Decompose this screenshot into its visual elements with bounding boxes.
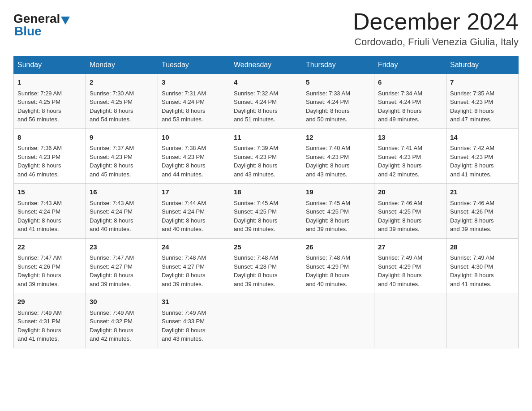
day-info: Sunrise: 7:31 AMSunset: 4:24 PMDaylight:… bbox=[162, 90, 206, 123]
calendar-day-2: 2 Sunrise: 7:30 AMSunset: 4:25 PMDayligh… bbox=[86, 74, 158, 129]
day-info: Sunrise: 7:36 AMSunset: 4:23 PMDaylight:… bbox=[17, 145, 62, 178]
calendar-day-13: 13 Sunrise: 7:41 AMSunset: 4:23 PMDaylig… bbox=[374, 128, 446, 184]
calendar-day-12: 12 Sunrise: 7:40 AMSunset: 4:23 PMDaylig… bbox=[302, 128, 374, 184]
header-thursday: Thursday bbox=[302, 56, 374, 74]
day-info: Sunrise: 7:49 AMSunset: 4:29 PMDaylight:… bbox=[378, 254, 422, 287]
day-number: 31 bbox=[162, 297, 226, 307]
day-number: 19 bbox=[306, 187, 370, 197]
day-number: 11 bbox=[234, 133, 298, 143]
calendar-day-28: 28 Sunrise: 7:49 AMSunset: 4:30 PMDaylig… bbox=[446, 238, 519, 293]
calendar-day-29: 29 Sunrise: 7:49 AMSunset: 4:31 PMDaylig… bbox=[14, 293, 86, 348]
day-number: 4 bbox=[234, 77, 298, 88]
calendar-day-26: 26 Sunrise: 7:48 AMSunset: 4:29 PMDaylig… bbox=[302, 238, 374, 293]
day-info: Sunrise: 7:37 AMSunset: 4:23 PMDaylight:… bbox=[90, 145, 134, 178]
day-number: 24 bbox=[162, 242, 226, 253]
day-info: Sunrise: 7:49 AMSunset: 4:31 PMDaylight:… bbox=[17, 309, 62, 342]
logo-blue-text: Blue bbox=[14, 25, 42, 38]
calendar-header-row: Sunday Monday Tuesday Wednesday Thursday… bbox=[14, 56, 519, 74]
calendar-day-17: 17 Sunrise: 7:44 AMSunset: 4:24 PMDaylig… bbox=[158, 184, 230, 239]
day-info: Sunrise: 7:32 AMSunset: 4:24 PMDaylight:… bbox=[234, 90, 278, 123]
header-saturday: Saturday bbox=[446, 56, 519, 74]
day-number: 22 bbox=[17, 242, 82, 253]
calendar-day-1: 1 Sunrise: 7:29 AMSunset: 4:25 PMDayligh… bbox=[14, 74, 86, 129]
calendar-day-9: 9 Sunrise: 7:37 AMSunset: 4:23 PMDayligh… bbox=[86, 128, 158, 184]
calendar-day-22: 22 Sunrise: 7:47 AMSunset: 4:26 PMDaylig… bbox=[14, 238, 86, 293]
day-info: Sunrise: 7:34 AMSunset: 4:24 PMDaylight:… bbox=[378, 90, 422, 123]
page-title: December 2024 bbox=[353, 9, 519, 34]
calendar-empty-cell bbox=[446, 293, 519, 348]
calendar-week-5: 29 Sunrise: 7:49 AMSunset: 4:31 PMDaylig… bbox=[14, 293, 519, 348]
calendar-day-3: 3 Sunrise: 7:31 AMSunset: 4:24 PMDayligh… bbox=[158, 74, 230, 129]
calendar-day-19: 19 Sunrise: 7:45 AMSunset: 4:25 PMDaylig… bbox=[302, 184, 374, 239]
day-number: 3 bbox=[162, 77, 226, 88]
calendar-day-11: 11 Sunrise: 7:39 AMSunset: 4:23 PMDaylig… bbox=[230, 128, 302, 184]
day-info: Sunrise: 7:46 AMSunset: 4:25 PMDaylight:… bbox=[378, 200, 422, 233]
day-number: 21 bbox=[450, 187, 515, 197]
calendar-day-25: 25 Sunrise: 7:48 AMSunset: 4:28 PMDaylig… bbox=[230, 238, 302, 293]
day-number: 1 bbox=[17, 77, 82, 88]
calendar-day-5: 5 Sunrise: 7:33 AMSunset: 4:24 PMDayligh… bbox=[302, 74, 374, 129]
calendar-week-2: 8 Sunrise: 7:36 AMSunset: 4:23 PMDayligh… bbox=[14, 128, 519, 184]
day-number: 30 bbox=[90, 297, 154, 307]
header-friday: Friday bbox=[374, 56, 446, 74]
logo-general-text: General bbox=[13, 13, 60, 25]
calendar-day-15: 15 Sunrise: 7:43 AMSunset: 4:24 PMDaylig… bbox=[14, 184, 86, 239]
day-info: Sunrise: 7:38 AMSunset: 4:23 PMDaylight:… bbox=[162, 145, 206, 178]
day-number: 25 bbox=[234, 242, 298, 253]
day-info: Sunrise: 7:44 AMSunset: 4:24 PMDaylight:… bbox=[162, 200, 206, 233]
day-info: Sunrise: 7:48 AMSunset: 4:27 PMDaylight:… bbox=[162, 254, 206, 287]
header-wednesday: Wednesday bbox=[230, 56, 302, 74]
day-number: 20 bbox=[378, 187, 442, 197]
day-number: 23 bbox=[90, 242, 154, 253]
calendar-day-27: 27 Sunrise: 7:49 AMSunset: 4:29 PMDaylig… bbox=[374, 238, 446, 293]
day-number: 16 bbox=[90, 187, 154, 197]
day-info: Sunrise: 7:48 AMSunset: 4:28 PMDaylight:… bbox=[234, 254, 278, 287]
logo-triangle-icon bbox=[61, 17, 70, 25]
day-number: 12 bbox=[306, 133, 370, 143]
calendar-empty-cell bbox=[374, 293, 446, 348]
header-monday: Monday bbox=[86, 56, 158, 74]
day-number: 28 bbox=[450, 242, 515, 253]
day-info: Sunrise: 7:46 AMSunset: 4:26 PMDaylight:… bbox=[450, 200, 494, 233]
day-info: Sunrise: 7:49 AMSunset: 4:33 PMDaylight:… bbox=[162, 309, 206, 342]
calendar-empty-cell bbox=[302, 293, 374, 348]
title-block: December 2024 Cordovado, Friuli Venezia … bbox=[353, 9, 519, 48]
calendar-day-21: 21 Sunrise: 7:46 AMSunset: 4:26 PMDaylig… bbox=[446, 184, 519, 239]
day-info: Sunrise: 7:47 AMSunset: 4:26 PMDaylight:… bbox=[17, 254, 62, 287]
day-number: 9 bbox=[90, 133, 154, 143]
day-info: Sunrise: 7:49 AMSunset: 4:30 PMDaylight:… bbox=[450, 254, 494, 287]
day-info: Sunrise: 7:49 AMSunset: 4:32 PMDaylight:… bbox=[90, 309, 134, 342]
day-number: 27 bbox=[378, 242, 442, 253]
day-number: 14 bbox=[450, 133, 515, 143]
calendar-empty-cell bbox=[230, 293, 302, 348]
calendar-day-4: 4 Sunrise: 7:32 AMSunset: 4:24 PMDayligh… bbox=[230, 74, 302, 129]
day-number: 29 bbox=[17, 297, 82, 307]
day-info: Sunrise: 7:45 AMSunset: 4:25 PMDaylight:… bbox=[306, 200, 350, 233]
day-info: Sunrise: 7:48 AMSunset: 4:29 PMDaylight:… bbox=[306, 254, 350, 287]
calendar-day-8: 8 Sunrise: 7:36 AMSunset: 4:23 PMDayligh… bbox=[14, 128, 86, 184]
calendar-day-20: 20 Sunrise: 7:46 AMSunset: 4:25 PMDaylig… bbox=[374, 184, 446, 239]
day-info: Sunrise: 7:43 AMSunset: 4:24 PMDaylight:… bbox=[17, 200, 62, 233]
day-info: Sunrise: 7:39 AMSunset: 4:23 PMDaylight:… bbox=[234, 145, 278, 178]
calendar-day-16: 16 Sunrise: 7:43 AMSunset: 4:24 PMDaylig… bbox=[86, 184, 158, 239]
day-info: Sunrise: 7:40 AMSunset: 4:23 PMDaylight:… bbox=[306, 145, 350, 178]
header-tuesday: Tuesday bbox=[158, 56, 230, 74]
day-number: 15 bbox=[17, 187, 82, 197]
day-number: 17 bbox=[162, 187, 226, 197]
day-number: 7 bbox=[450, 77, 515, 88]
calendar-day-14: 14 Sunrise: 7:42 AMSunset: 4:23 PMDaylig… bbox=[446, 128, 519, 184]
calendar-day-18: 18 Sunrise: 7:45 AMSunset: 4:25 PMDaylig… bbox=[230, 184, 302, 239]
day-number: 6 bbox=[378, 77, 442, 88]
header-sunday: Sunday bbox=[14, 56, 86, 74]
day-info: Sunrise: 7:43 AMSunset: 4:24 PMDaylight:… bbox=[90, 200, 134, 233]
day-info: Sunrise: 7:45 AMSunset: 4:25 PMDaylight:… bbox=[234, 200, 278, 233]
day-info: Sunrise: 7:47 AMSunset: 4:27 PMDaylight:… bbox=[90, 254, 134, 287]
day-info: Sunrise: 7:30 AMSunset: 4:25 PMDaylight:… bbox=[90, 90, 134, 123]
day-number: 5 bbox=[306, 77, 370, 88]
day-number: 26 bbox=[306, 242, 370, 253]
calendar-day-23: 23 Sunrise: 7:47 AMSunset: 4:27 PMDaylig… bbox=[86, 238, 158, 293]
calendar-day-31: 31 Sunrise: 7:49 AMSunset: 4:33 PMDaylig… bbox=[158, 293, 230, 348]
day-info: Sunrise: 7:42 AMSunset: 4:23 PMDaylight:… bbox=[450, 145, 494, 178]
day-number: 13 bbox=[378, 133, 442, 143]
calendar-day-7: 7 Sunrise: 7:35 AMSunset: 4:23 PMDayligh… bbox=[446, 74, 519, 129]
